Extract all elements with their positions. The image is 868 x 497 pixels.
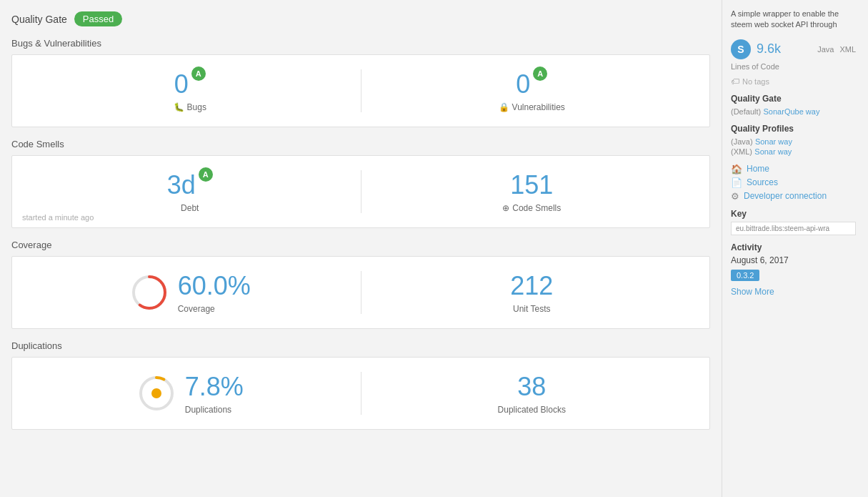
sidebar-item-developer-connection[interactable]: ⚙ Developer connection (731, 191, 856, 202)
card-divider-2 (361, 170, 361, 213)
duplicated-blocks-metric: 38 (517, 372, 546, 402)
duplications-value: 7.8% (185, 372, 244, 402)
lang-java: Java (817, 45, 834, 54)
home-icon: 🏠 (731, 164, 742, 174)
quality-gate-section-title: Quality Gate (731, 94, 856, 104)
code-smells-title: Code Smells (11, 139, 710, 149)
bugs-vulnerabilities-card: 0 A 🐛 Bugs 0 A 🔒 Vulnerabilities (11, 54, 710, 127)
main-content: Quality Gate Passed Bugs & Vulnerabiliti… (0, 0, 722, 497)
key-section: Key eu.bittrade.libs:steem-api-wra (731, 209, 856, 235)
no-tags: 🏷 No tags (731, 77, 856, 87)
activity-section: Activity August 6, 2017 0.3.2 Show More (731, 242, 856, 297)
sidebar: A simple wrapper to enable the steem web… (722, 0, 864, 497)
debt-label: Debt (181, 203, 199, 213)
bugs-vulnerabilities-title: Bugs & Vulnerabilities (11, 38, 710, 49)
java-profile: (Java) Sonar way (731, 137, 856, 147)
xml-link[interactable]: Sonar way (754, 147, 792, 156)
duplications-row: 7.8% Duplications (136, 372, 244, 415)
svg-point-4 (151, 388, 161, 398)
project-avatar: S (731, 39, 751, 59)
version-badge: 0.3.2 (731, 270, 759, 281)
debt-metric: 3d A (167, 170, 213, 200)
developer-connection-link[interactable]: Developer connection (744, 191, 827, 201)
smells-metric: 151 (510, 170, 553, 200)
duplicated-blocks-half: 38 Duplicated Blocks (376, 372, 689, 415)
duplications-half: 7.8% Duplications (34, 372, 346, 415)
bug-icon: 🐛 (174, 102, 184, 112)
unit-tests-half: 212 Unit Tests (376, 271, 689, 314)
lock-icon: 🔒 (499, 102, 509, 112)
activity-date: August 6, 2017 (731, 255, 856, 265)
sidebar-description: A simple wrapper to enable the steem web… (731, 9, 856, 31)
coverage-title: Coverage (11, 240, 710, 250)
vuln-grade: A (533, 67, 547, 81)
quality-gate-label: Quality Gate (11, 14, 67, 25)
bugs-metric: 0 A (174, 69, 206, 99)
unit-tests-label: Unit Tests (513, 304, 550, 314)
duplications-label: Duplications (185, 405, 244, 415)
developer-connection-icon: ⚙ (731, 191, 739, 202)
project-loc: 9.6k (757, 41, 781, 56)
quality-profiles-section: Quality Profiles (Java) Sonar way (XML) … (731, 124, 856, 157)
duplications-title: Duplications (11, 340, 710, 351)
vuln-value: 0 (516, 69, 530, 99)
coverage-label: Coverage (178, 304, 251, 314)
bugs-half: 0 A 🐛 Bugs (34, 69, 346, 112)
project-info: S 9.6k Java XML (731, 39, 856, 59)
coverage-card: 60.0% Coverage 212 Unit Tests (11, 256, 710, 329)
vulnerabilities-metric: 0 A (516, 69, 547, 99)
started-text: started a minute ago (22, 213, 94, 222)
vulnerabilities-label: 🔒 Vulnerabilities (499, 102, 565, 112)
tag-icon: 🏷 (731, 77, 739, 87)
smells-label: ⊕ Code Smells (502, 203, 561, 213)
sidebar-item-home[interactable]: 🏠 Home (731, 164, 856, 174)
debt-value: 3d (167, 170, 196, 200)
java-label: (Java) (731, 137, 753, 146)
sources-icon: 📄 (731, 177, 742, 188)
loc-label: Lines of Code (731, 62, 856, 71)
card-divider-3 (361, 271, 361, 314)
sidebar-item-sources[interactable]: 📄 Sources (731, 177, 856, 188)
passed-badge: Passed (74, 11, 122, 26)
duplications-text: 7.8% Duplications (185, 372, 244, 415)
card-divider (361, 69, 361, 112)
bugs-value: 0 (174, 69, 189, 99)
debt-half: 3d A Debt (34, 170, 346, 213)
card-divider-4 (361, 372, 361, 415)
key-label: Key (731, 209, 856, 219)
smells-half: 151 ⊕ Code Smells (376, 170, 689, 213)
coverage-text: 60.0% Coverage (178, 271, 251, 314)
quality-gate-header: Quality Gate Passed (11, 11, 710, 26)
sources-link[interactable]: Sources (747, 177, 778, 187)
smells-value: 151 (510, 170, 553, 200)
project-langs: Java XML (817, 45, 856, 54)
coverage-circle (129, 272, 169, 313)
code-smells-card: 3d A Debt 151 ⊕ Code Smells started a mi… (11, 155, 710, 228)
show-more-link[interactable]: Show More (731, 287, 774, 297)
duplications-card: 7.8% Duplications 38 Duplicated Blocks (11, 357, 710, 430)
coverage-row: 60.0% Coverage (129, 271, 251, 314)
quality-profiles-title: Quality Profiles (731, 124, 856, 134)
key-value: eu.bittrade.libs:steem-api-wra (731, 222, 856, 235)
coverage-value: 60.0% (178, 271, 251, 301)
quality-gate-default: (Default) (731, 107, 761, 116)
bugs-grade: A (191, 67, 206, 81)
java-link[interactable]: Sonar way (755, 137, 792, 146)
duplications-circle (136, 373, 176, 413)
home-link[interactable]: Home (747, 164, 769, 174)
bugs-label: 🐛 Bugs (174, 102, 206, 112)
activity-title: Activity (731, 242, 856, 252)
xml-label: (XML) (731, 147, 752, 156)
unit-tests-metric: 212 (510, 271, 553, 301)
lang-xml: XML (839, 45, 856, 54)
debt-grade: A (199, 167, 213, 182)
vulnerabilities-half: 0 A 🔒 Vulnerabilities (376, 69, 689, 112)
quality-gate-link[interactable]: SonarQube way (764, 107, 820, 116)
coverage-half: 60.0% Coverage (34, 271, 346, 314)
globe-icon: ⊕ (502, 203, 509, 213)
duplicated-blocks-label: Duplicated Blocks (498, 405, 566, 415)
quality-gate-section: Quality Gate (Default) SonarQube way (731, 94, 856, 117)
xml-profile: (XML) Sonar way (731, 147, 856, 157)
